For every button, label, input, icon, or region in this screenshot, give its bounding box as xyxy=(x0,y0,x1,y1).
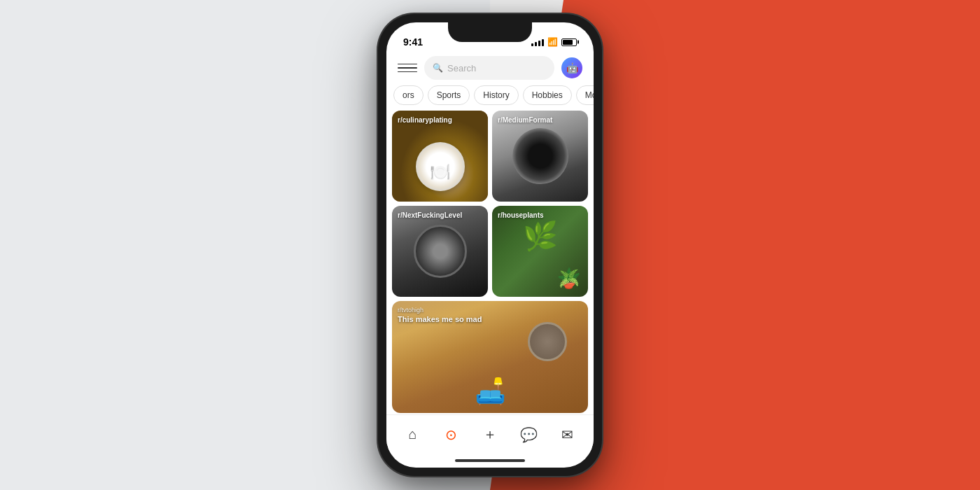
home-indicator xyxy=(386,454,594,468)
post-card-nextlevel[interactable]: r/NextFuckingLevel xyxy=(392,206,488,297)
battery-fill xyxy=(563,40,573,45)
top-bar: 🔍 Search 🤖 xyxy=(386,53,594,85)
signal-icon xyxy=(531,38,544,46)
menu-line-1 xyxy=(398,64,417,65)
post-card-tvtohigh[interactable]: r/tvtohigh This makes me so mad xyxy=(392,301,588,413)
tab-movies[interactable]: Movies xyxy=(576,85,594,105)
explore-icon: ⊙ xyxy=(445,426,457,443)
phone-content: 9:41 📶 xyxy=(386,22,594,468)
search-icon: 🔍 xyxy=(433,63,443,73)
signal-bar-4 xyxy=(542,39,544,46)
menu-line-2 xyxy=(398,67,417,69)
signal-bar-1 xyxy=(531,43,533,46)
post-subreddit-houseplants: r/houseplants xyxy=(498,211,544,219)
wifi-icon: 📶 xyxy=(547,37,558,47)
phone-screen: 9:41 📶 xyxy=(386,22,594,468)
content-area[interactable]: r/culinaryplating r/MediumFormat r/NextF… xyxy=(386,111,594,414)
post-title-tvtohigh: This makes me so mad xyxy=(398,315,482,323)
signal-bar-3 xyxy=(538,41,540,46)
avatar-icon: 🤖 xyxy=(566,62,578,74)
post-image-culinary xyxy=(392,111,488,202)
grid-row-2: r/NextFuckingLevel r/houseplants xyxy=(392,206,588,297)
tab-history[interactable]: History xyxy=(474,85,518,105)
nav-chat[interactable]: 💬 xyxy=(514,421,542,449)
tab-ors[interactable]: ors xyxy=(393,85,424,105)
post-card-houseplants[interactable]: r/houseplants xyxy=(492,206,588,297)
avatar[interactable]: 🤖 xyxy=(561,57,582,78)
post-card-mediumformat[interactable]: r/MediumFormat xyxy=(492,111,588,202)
home-bar xyxy=(455,459,525,462)
chat-icon: 💬 xyxy=(520,426,538,443)
post-subreddit-mediumformat: r/MediumFormat xyxy=(498,116,552,124)
nav-create[interactable]: ＋ xyxy=(476,421,504,449)
tab-sports[interactable]: Sports xyxy=(428,85,470,105)
post-image-nextlevel xyxy=(392,206,488,297)
post-card-culinary[interactable]: r/culinaryplating xyxy=(392,111,488,202)
nav-inbox[interactable]: ✉ xyxy=(553,421,581,449)
bottom-nav: ⌂ ⊙ ＋ 💬 ✉ xyxy=(386,414,594,454)
inbox-icon: ✉ xyxy=(561,426,573,443)
post-image-houseplants xyxy=(492,206,588,297)
home-icon: ⌂ xyxy=(409,426,417,442)
menu-button[interactable] xyxy=(398,58,417,78)
post-subreddit-tvtohigh: r/tvtohigh xyxy=(398,307,482,314)
nav-explore[interactable]: ⊙ xyxy=(438,421,465,449)
grid-row-3: r/tvtohigh This makes me so mad xyxy=(392,301,588,413)
search-bar[interactable]: 🔍 Search xyxy=(424,56,554,80)
phone-frame: 9:41 📶 xyxy=(378,14,602,476)
status-icons: 📶 xyxy=(531,37,577,47)
tab-hobbies[interactable]: Hobbies xyxy=(523,85,572,105)
search-placeholder: Search xyxy=(447,63,476,74)
post-subreddit-nextlevel: r/NextFuckingLevel xyxy=(398,211,462,219)
signal-bar-2 xyxy=(535,42,537,46)
add-icon: ＋ xyxy=(483,425,497,444)
post-label-tvtohigh: r/tvtohigh This makes me so mad xyxy=(398,307,482,323)
post-image-mediumformat xyxy=(492,111,588,202)
post-subreddit-culinary: r/culinaryplating xyxy=(398,116,452,124)
notch xyxy=(448,22,532,42)
grid-row-1: r/culinaryplating r/MediumFormat xyxy=(392,111,588,202)
status-time: 9:41 xyxy=(403,36,423,48)
category-tabs: ors Sports History Hobbies Movies Fashio… xyxy=(386,85,594,111)
battery-icon xyxy=(561,38,577,46)
menu-line-3 xyxy=(398,71,417,73)
nav-home[interactable]: ⌂ xyxy=(399,421,427,449)
